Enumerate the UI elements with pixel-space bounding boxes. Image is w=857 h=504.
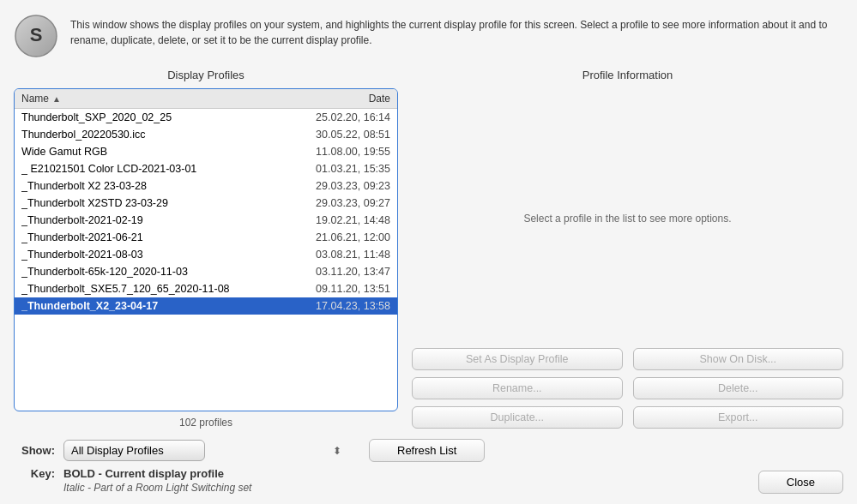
row-name: _Thunderbolt X2 23-03-28 [21, 180, 279, 192]
refresh-list-button[interactable]: Refresh List [369, 439, 485, 462]
table-row[interactable]: _ E21021501 Color LCD-2021-03-0101.03.21… [15, 160, 397, 177]
sort-arrow-icon: ▲ [52, 94, 61, 104]
profile-info-title: Profile Information [412, 69, 843, 81]
row-date: 29.03.23, 09:27 [279, 197, 390, 209]
profile-info-placeholder: Select a profile in the list to see more… [523, 213, 731, 225]
row-name: _ E21021501 Color LCD-2021-03-01 [21, 163, 279, 175]
show-on-disk-button[interactable]: Show On Disk... [633, 348, 844, 370]
row-name: _Thunderbolt-2021-06-21 [21, 231, 279, 243]
row-date: 01.03.21, 15:35 [279, 163, 390, 175]
button-row-1: Set As Display Profile Show On Disk... [412, 348, 843, 370]
duplicate-button[interactable]: Duplicate... [412, 406, 623, 429]
table-row[interactable]: _Thunderbolt X2 23-03-2829.03.23, 09:23 [15, 177, 397, 195]
key-label: Key: [14, 467, 55, 480]
export-button[interactable]: Export... [633, 406, 844, 429]
show-label: Show: [14, 444, 55, 457]
row-date: 21.06.21, 12:00 [279, 231, 390, 243]
table-row[interactable]: Thunderbol_20220530.icc30.05.22, 08:51 [15, 126, 397, 143]
show-select[interactable]: All Display ProfilesCurrent Display Prof… [63, 440, 205, 461]
delete-button[interactable]: Delete... [633, 377, 844, 399]
table-row[interactable]: _Thunderbolt X2STD 23-03-2929.03.23, 09:… [15, 195, 397, 212]
profile-count: 102 profiles [14, 411, 398, 432]
set-as-display-profile-button[interactable]: Set As Display Profile [412, 348, 623, 370]
right-panel: Profile Information Select a profile in … [412, 69, 843, 432]
rename-button[interactable]: Rename... [412, 377, 623, 399]
row-name: Thunderbol_20220530.icc [21, 129, 279, 141]
profiles-table: Name ▲ Date Thunderbolt_SXP_2020_02_2525… [14, 88, 398, 411]
header-description: This window shows the display profiles o… [70, 14, 840, 48]
bottom-right: Close [758, 471, 843, 494]
table-row[interactable]: Wide Gamut RGB11.08.00, 19:55 [15, 143, 397, 160]
table-header: Name ▲ Date [15, 89, 397, 109]
table-row[interactable]: Thunderbolt_SXP_2020_02_2525.02.20, 16:1… [15, 109, 397, 126]
col-name-header: Name ▲ [21, 93, 279, 105]
button-row-2: Rename... Delete... [412, 377, 843, 399]
row-date: 17.04.23, 13:58 [279, 300, 390, 312]
row-name: Wide Gamut RGB [21, 146, 279, 158]
show-select-wrapper: All Display ProfilesCurrent Display Prof… [63, 440, 347, 461]
row-date: 03.08.21, 11:48 [279, 249, 390, 261]
bottom-left: Key: BOLD - Current display profile Ital… [14, 467, 251, 494]
close-button[interactable]: Close [758, 471, 843, 494]
key-row: Key: BOLD - Current display profile Ital… [14, 467, 251, 494]
col-date-header: Date [279, 93, 390, 105]
table-row[interactable]: _Thunderbolt_X2_23-04-1717.04.23, 13:58 [15, 297, 397, 315]
row-name: _Thunderbolt-2021-08-03 [21, 249, 279, 261]
main-content: Display Profiles Name ▲ Date Thunderbolt… [0, 69, 857, 432]
key-text: BOLD - Current display profile Italic - … [63, 467, 251, 494]
row-date: 11.08.00, 19:55 [279, 146, 390, 158]
row-name: _Thunderbolt X2STD 23-03-29 [21, 197, 279, 209]
key-italic-text: Italic - Part of a Room Light Switching … [63, 482, 251, 494]
button-row-3: Duplicate... Export... [412, 406, 843, 429]
row-date: 09.11.20, 13:51 [279, 283, 390, 295]
main-window: S This window shows the display profiles… [0, 0, 857, 504]
table-row[interactable]: _Thunderbolt-2021-06-2121.06.21, 12:00 [15, 229, 397, 246]
bottom-area: Show: All Display ProfilesCurrent Displa… [0, 432, 857, 504]
left-panel: Display Profiles Name ▲ Date Thunderbolt… [14, 69, 398, 432]
row-name: _Thunderbolt_X2_23-04-17 [21, 300, 279, 312]
bottom-split: Key: BOLD - Current display profile Ital… [14, 467, 843, 494]
row-date: 03.11.20, 13:47 [279, 266, 390, 278]
row-date: 19.02.21, 14:48 [279, 214, 390, 226]
table-body[interactable]: Thunderbolt_SXP_2020_02_2525.02.20, 16:1… [15, 109, 397, 411]
row-date: 29.03.23, 09:23 [279, 180, 390, 192]
action-buttons: Set As Display Profile Show On Disk... R… [412, 348, 843, 432]
row-date: 25.02.20, 16:14 [279, 111, 390, 123]
display-profiles-title: Display Profiles [14, 69, 398, 81]
svg-text:S: S [30, 24, 43, 45]
show-row: Show: All Display ProfilesCurrent Displa… [14, 439, 843, 462]
row-name: _Thunderbolt-2021-02-19 [21, 214, 279, 226]
table-row[interactable]: _Thunderbolt-65k-120_2020-11-0303.11.20,… [15, 263, 397, 280]
row-date: 30.05.22, 08:51 [279, 129, 390, 141]
row-name: _Thunderbolt_SXE5.7_120_65_2020-11-08 [21, 283, 279, 295]
header: S This window shows the display profiles… [0, 0, 857, 69]
row-name: Thunderbolt_SXP_2020_02_25 [21, 111, 279, 123]
table-row[interactable]: _Thunderbolt-2021-08-0303.08.21, 11:48 [15, 246, 397, 263]
table-row[interactable]: _Thunderbolt_SXE5.7_120_65_2020-11-0809.… [15, 280, 397, 297]
row-name: _Thunderbolt-65k-120_2020-11-03 [21, 266, 279, 278]
app-icon: S [14, 14, 58, 58]
key-bold-text: BOLD - Current display profile [63, 467, 251, 480]
table-row[interactable]: _Thunderbolt-2021-02-1919.02.21, 14:48 [15, 212, 397, 229]
profile-info-area: Select a profile in the list to see more… [412, 88, 843, 348]
